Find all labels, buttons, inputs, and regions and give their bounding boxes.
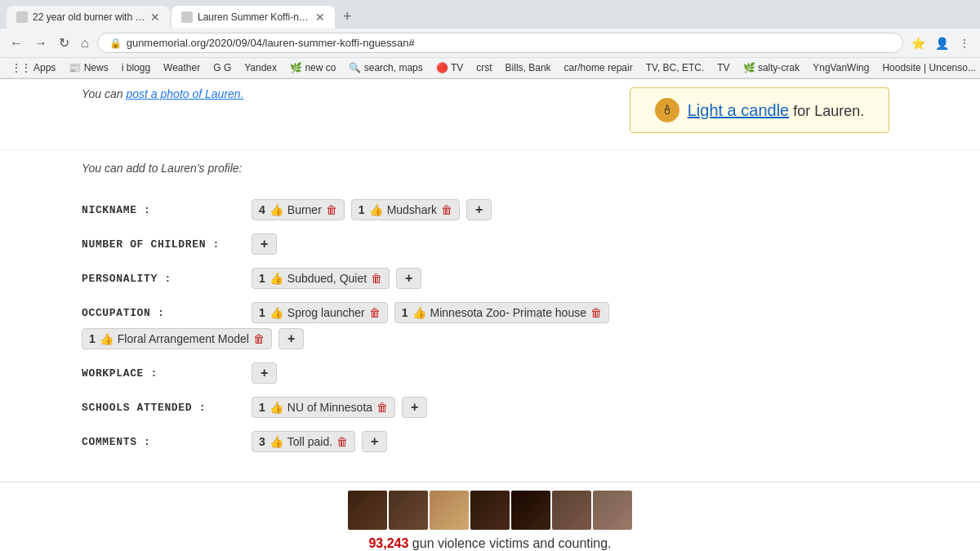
bookmark-yandex[interactable]: Yandex <box>239 60 282 75</box>
workplace-add-button[interactable]: + <box>252 362 277 384</box>
nickname-tags: 4 👍 Burner 🗑 1 👍 Mudshark 🗑 + <box>252 199 492 220</box>
bookmark-tv1[interactable]: 🔴 TV <box>431 60 468 75</box>
back-button[interactable]: ← <box>7 33 26 54</box>
schools-label: SCHOOLS ATTENDED : <box>82 397 245 414</box>
extensions-button[interactable]: ⭐ <box>908 33 929 53</box>
victim-photo-7 <box>593 491 632 530</box>
nu-text: NU of Minnesota <box>287 401 372 414</box>
burner-trash-icon[interactable]: 🗑 <box>326 203 337 216</box>
victim-photo-6 <box>552 491 591 530</box>
menu-button[interactable]: ⋮ <box>956 33 973 53</box>
url-text: gunmemorial.org/2020/09/04/lauren-summer… <box>127 37 415 49</box>
personality-row: PERSONALITY : 1 👍 Subdued, Quiet 🗑 + <box>82 268 947 289</box>
floral-trash-icon[interactable]: 🗑 <box>253 332 265 345</box>
victim-count: 93,243 <box>368 536 408 550</box>
bookmark-tvbc[interactable]: TV, BC, ETC. <box>641 60 710 75</box>
nickname-add-button[interactable]: + <box>466 199 492 220</box>
tag-burner: 4 👍 Burner 🗑 <box>252 199 345 220</box>
light-candle-link[interactable]: Light a candle <box>688 101 790 119</box>
bookmark-bills-label: Bills, Bank <box>506 62 551 73</box>
occupation-add-button[interactable]: + <box>278 328 304 349</box>
occupation-tags-2: 1 👍 Floral Arrangement Model 🗑 + <box>82 328 304 349</box>
children-tags: + <box>252 233 277 255</box>
occupation-tags: 1 👍 Sprog launcher 🗑 1 👍 Minnesota Zoo- … <box>252 302 609 323</box>
workplace-label: WORKPLACE : <box>82 362 245 380</box>
personality-tags: 1 👍 Subdued, Quiet 🗑 + <box>252 268 421 289</box>
bookmark-news[interactable]: 📰 News <box>64 60 113 75</box>
tab-2-close[interactable]: ✕ <box>315 11 325 24</box>
bookmark-bills[interactable]: Bills, Bank <box>501 60 556 75</box>
candle-icon: 🕯 <box>655 98 679 122</box>
bookmark-salty[interactable]: 🌿 salty-crak <box>738 60 805 75</box>
candle-suffix: for Lauren. <box>793 103 864 119</box>
can-add-label: You can add to Lauren's profile: <box>82 162 947 175</box>
bookmark-tv1-label: 🔴 TV <box>436 62 463 73</box>
personality-add-button[interactable]: + <box>396 268 421 289</box>
bookmark-blogg[interactable]: i blogg <box>117 60 155 75</box>
bookmark-weather[interactable]: Weather <box>158 60 205 75</box>
sprog-trash-icon[interactable]: 🗑 <box>369 306 381 319</box>
bookmark-yng[interactable]: YngVanWing <box>808 60 874 75</box>
zoo-votes: 1 <box>402 306 408 319</box>
apps-icon: ⋮⋮ <box>11 62 31 73</box>
mudshark-trash-icon[interactable]: 🗑 <box>441 203 452 216</box>
schools-add-button[interactable]: + <box>402 397 427 418</box>
children-block: NUMBER OF CHILDREN : + <box>82 233 947 255</box>
bookmark-gg-label: G G <box>213 62 231 73</box>
bookmark-newco-label: 🌿 new co <box>290 62 336 73</box>
bookmark-news-label: 📰 News <box>69 62 108 73</box>
burner-thumbup-icon: 👍 <box>270 203 283 216</box>
bookmark-car[interactable]: car/home repair <box>559 60 638 75</box>
tab-1[interactable]: 22 year old burner with 3 sprog... ✕ <box>7 6 170 29</box>
tab-2[interactable]: Lauren Summer Koffi-n'guessan... ✕ <box>172 6 335 29</box>
tag-sprog: 1 👍 Sprog launcher 🗑 <box>252 302 388 323</box>
zoo-trash-icon[interactable]: 🗑 <box>590 306 602 319</box>
post-photo-link[interactable]: post a photo of Lauren. <box>127 87 244 100</box>
page-content: You can post a photo of Lauren. 🕯 Light … <box>0 79 980 551</box>
tab-1-favicon <box>16 11 28 23</box>
bookmark-yandex-label: Yandex <box>244 62 277 73</box>
bookmark-search-label: 🔍 search, maps <box>349 62 422 73</box>
bookmark-gg[interactable]: G G <box>208 60 236 75</box>
nu-trash-icon[interactable]: 🗑 <box>376 401 388 414</box>
post-photo-text: You can post a photo of Lauren. <box>82 87 244 100</box>
subdued-trash-icon[interactable]: 🗑 <box>371 272 382 285</box>
nickname-row: NICKNAME : 4 👍 Burner 🗑 1 👍 Mudshark 🗑 <box>82 199 947 220</box>
mudshark-text: Mudshark <box>387 203 437 216</box>
toll-trash-icon[interactable]: 🗑 <box>336 435 348 448</box>
floral-thumbup-icon: 👍 <box>100 332 114 345</box>
candle-text: Light a candle for Lauren. <box>688 101 865 120</box>
new-tab-button[interactable]: + <box>336 5 359 29</box>
profile-section: NICKNAME : 4 👍 Burner 🗑 1 👍 Mudshark 🗑 <box>0 191 980 482</box>
comments-add-button[interactable]: + <box>362 431 387 452</box>
bookmark-newco[interactable]: 🌿 new co <box>285 60 341 75</box>
sprog-text: Sprog launcher <box>287 306 365 319</box>
forward-button[interactable]: → <box>31 33 51 54</box>
comments-row: COMMENTS : 3 👍 Toll paid. 🗑 + <box>82 431 947 452</box>
top-banner: You can post a photo of Lauren. 🕯 Light … <box>0 79 980 150</box>
refresh-button[interactable]: ↻ <box>56 32 73 54</box>
bookmark-apps[interactable]: ⋮⋮ Apps <box>7 60 60 75</box>
bookmark-search[interactable]: 🔍 search, maps <box>344 60 427 75</box>
browser-chrome: 22 year old burner with 3 sprog... ✕ Lau… <box>0 0 980 79</box>
floral-text: Floral Arrangement Model <box>118 332 249 345</box>
bookmark-tv2[interactable]: TV <box>712 60 734 75</box>
tab-1-close[interactable]: ✕ <box>150 11 160 24</box>
bookmark-tv2-label: TV <box>717 62 729 73</box>
children-add-button[interactable]: + <box>252 233 277 255</box>
address-bar[interactable]: 🔒 gunmemorial.org/2020/09/04/lauren-summ… <box>97 33 903 53</box>
bookmarks-bar: ⋮⋮ Apps 📰 News i blogg Weather G G Yande… <box>0 58 980 78</box>
home-button[interactable]: ⌂ <box>78 33 92 54</box>
banner-right: 🕯 Light a candle for Lauren. <box>539 79 980 141</box>
subdued-text: Subdued, Quiet <box>287 272 367 285</box>
bookmark-weather-label: Weather <box>163 62 200 73</box>
tag-zoo: 1 👍 Minnesota Zoo- Primate house 🗑 <box>394 302 609 323</box>
bookmark-hood[interactable]: Hoodsite | Uncenso... <box>877 60 980 75</box>
schools-tags: 1 👍 NU of Minnesota 🗑 + <box>252 397 427 418</box>
bookmark-crst[interactable]: crst <box>471 60 497 75</box>
victim-count-text: 93,243 gun violence victims and counting… <box>8 536 972 551</box>
profile-button[interactable]: 👤 <box>932 33 952 53</box>
tag-mudshark: 1 👍 Mudshark 🗑 <box>351 199 460 220</box>
comments-block: COMMENTS : 3 👍 Toll paid. 🗑 + <box>82 431 947 452</box>
lock-icon: 🔒 <box>109 38 122 49</box>
